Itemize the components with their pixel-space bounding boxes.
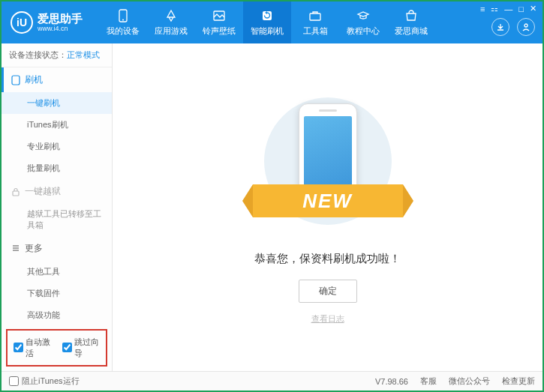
close-icon[interactable]: ✕: [530, 4, 536, 13]
sidebar-batch-flash[interactable]: 批量刷机: [2, 157, 112, 179]
body: 设备连接状态：正常模式 刷机 一键刷机 iTunes刷机 专业刷机 批量刷机 一…: [2, 43, 542, 371]
app-url: www.i4.cn: [38, 25, 83, 32]
store-icon: [404, 8, 419, 23]
section-flash[interactable]: 刷机: [2, 67, 112, 92]
main-nav: 我的设备 应用游戏 铃声壁纸 智能刷机 工具箱 教程中心 爱思商城: [99, 1, 542, 43]
sidebar-advanced[interactable]: 高级功能: [2, 304, 112, 326]
minimize-icon[interactable]: —: [504, 4, 512, 13]
section-jailbreak: 一键越狱: [2, 179, 112, 204]
sidebar-other-tools[interactable]: 其他工具: [2, 261, 112, 283]
graduation-icon: [356, 8, 371, 23]
menu-icon[interactable]: ≡: [480, 4, 485, 13]
user-button[interactable]: [517, 18, 535, 36]
sidebar-oneclick-flash[interactable]: 一键刷机: [2, 92, 112, 114]
nav-toolbox[interactable]: 工具箱: [291, 1, 339, 43]
nav-flash[interactable]: 智能刷机: [243, 1, 291, 43]
new-ribbon: NEW: [253, 184, 403, 217]
version-label: V7.98.66: [375, 377, 408, 386]
sidebar-itunes-flash[interactable]: iTunes刷机: [2, 114, 112, 136]
success-illustration: NEW: [253, 90, 403, 240]
device-info[interactable]: iPhone 12 mini 64GB Down-12mini-13,1: [2, 370, 112, 371]
lock-icon: [11, 187, 20, 196]
svg-rect-7: [13, 191, 19, 196]
support-link[interactable]: 客服: [420, 376, 437, 387]
checkbox-skip-guide[interactable]: 跳过向导: [62, 337, 101, 359]
main-content: NEW 恭喜您，保资料刷机成功啦！ 确定 查看日志: [113, 43, 542, 371]
refresh-icon: [260, 8, 275, 23]
nav-apps[interactable]: 应用游戏: [147, 1, 195, 43]
titlebar: iU 爱思助手 www.i4.cn 我的设备 应用游戏 铃声壁纸 智能刷机 工具…: [2, 1, 542, 43]
success-message: 恭喜您，保资料刷机成功啦！: [254, 252, 401, 266]
nav-store[interactable]: 爱思商城: [387, 1, 435, 43]
confirm-button[interactable]: 确定: [299, 280, 357, 303]
list-icon: [11, 244, 20, 253]
view-log-link[interactable]: 查看日志: [311, 313, 344, 325]
window-controls: ≡ ⚏ — □ ✕: [480, 4, 536, 13]
footer: 阻止iTunes运行 V7.98.66 客服 微信公众号 检查更新: [2, 371, 542, 391]
svg-point-5: [524, 24, 527, 27]
update-link[interactable]: 检查更新: [502, 376, 535, 387]
maximize-icon[interactable]: □: [518, 4, 524, 13]
apps-icon: [164, 8, 179, 23]
checkbox-auto-activate[interactable]: 自动激活: [14, 337, 52, 359]
app-window: iU 爱思助手 www.i4.cn 我的设备 应用游戏 铃声壁纸 智能刷机 工具…: [0, 0, 544, 392]
block-itunes-checkbox[interactable]: 阻止iTunes运行: [9, 376, 80, 387]
nav-ringtones[interactable]: 铃声壁纸: [195, 1, 243, 43]
app-name: 爱思助手: [38, 13, 83, 25]
connection-status: 设备连接状态：正常模式: [2, 43, 112, 67]
toolbox-icon: [308, 8, 323, 23]
download-button[interactable]: [491, 18, 509, 36]
sidebar-download-firmware[interactable]: 下载固件: [2, 283, 112, 304]
nav-my-device[interactable]: 我的设备: [99, 1, 147, 43]
svg-rect-4: [310, 13, 320, 20]
wallpaper-icon: [212, 8, 227, 23]
svg-rect-6: [12, 76, 20, 85]
pin-icon[interactable]: ⚏: [491, 4, 498, 13]
nav-tutorials[interactable]: 教程中心: [339, 1, 387, 43]
sidebar-pro-flash[interactable]: 专业刷机: [2, 136, 112, 157]
logo-area: iU 爱思助手 www.i4.cn: [2, 11, 99, 34]
jailbreak-note: 越狱工具已转移至工具箱: [2, 204, 112, 236]
phone-icon: [11, 75, 20, 85]
phone-icon: [116, 8, 131, 23]
sidebar: 设备连接状态：正常模式 刷机 一键刷机 iTunes刷机 专业刷机 批量刷机 一…: [2, 43, 113, 371]
options-row: 自动激活 跳过向导: [6, 329, 107, 367]
section-more[interactable]: 更多: [2, 236, 112, 261]
wechat-link[interactable]: 微信公众号: [449, 376, 490, 387]
svg-point-1: [122, 19, 124, 21]
logo-icon: iU: [11, 11, 33, 34]
titlebar-right-actions: [491, 18, 535, 36]
